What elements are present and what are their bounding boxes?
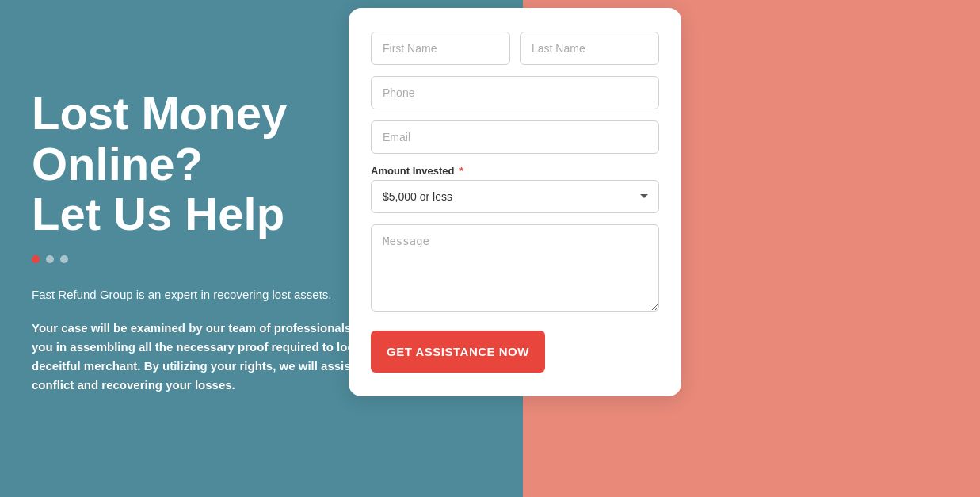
submit-button[interactable]: GET ASSISTANCE NOW [371,331,545,373]
right-bg: Amount Invested * $5,000 or less $5,000 … [523,0,980,497]
phone-group [371,76,659,109]
email-group [371,120,659,154]
required-indicator: * [459,165,463,177]
message-group [371,224,659,312]
title-line3: Let Us Help [32,188,284,239]
dot-inactive-1 [46,255,54,263]
dot-active [32,255,40,263]
first-name-input[interactable] [371,32,510,65]
amount-group: Amount Invested * $5,000 or less $5,000 … [371,165,659,213]
title-line2: Online? [32,138,203,189]
title-line1: Lost Money [32,87,287,139]
email-input[interactable] [371,120,659,154]
message-textarea[interactable] [371,224,659,312]
dot-inactive-2 [60,255,68,263]
page-wrapper: Lost Money Online? Let Us Help Fast Refu… [0,0,980,497]
phone-input[interactable] [371,76,659,109]
contact-form-card: Amount Invested * $5,000 or less $5,000 … [349,8,681,396]
amount-label: Amount Invested * [371,165,659,177]
amount-select[interactable]: $5,000 or less $5,000 - $10,000 $10,000 … [371,180,659,213]
last-name-input[interactable] [520,32,659,65]
name-row [371,32,659,65]
